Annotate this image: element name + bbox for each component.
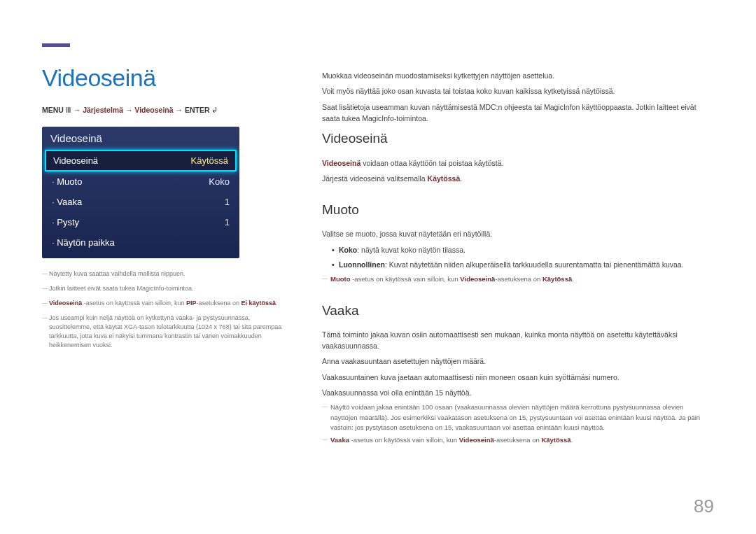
section-heading-vaaka: Vaaka <box>322 300 707 321</box>
menu-label: MENU <box>42 106 64 114</box>
osd-selected-value: Käytössä <box>191 155 228 166</box>
footnote: Jos useampi kuin neljä näyttöä on kytket… <box>42 314 294 350</box>
osd-selected-label: Videoseinä <box>53 155 98 166</box>
accent-keyline <box>42 43 70 47</box>
footnote: Muoto -asetus on käytössä vain silloin, … <box>322 274 707 284</box>
footnote: Vaaka -asetus on käytössä vain silloin, … <box>322 435 707 445</box>
footnote-keyword: Ei käytössä <box>241 300 276 307</box>
section-text: Valitse se muoto, jossa kuvat näytetään … <box>322 228 707 239</box>
footnote: Videoseinä -asetus on käytössä vain sill… <box>42 299 294 308</box>
enter-icon: ↲ <box>211 106 218 114</box>
osd-row-nayton-paikka[interactable]: Näytön paikka <box>42 232 239 253</box>
section-text: Tämä toiminto jakaa kuvan osiin automaat… <box>322 329 707 352</box>
right-column: Muokkaa videoseinän muodostamiseksi kytk… <box>322 42 707 445</box>
intro-text: Voit myös näyttää joko osan kuvasta tai … <box>322 85 707 97</box>
list-item: Koko: näytä kuvat koko näytön tilassa. <box>332 244 707 255</box>
path-seg-1: Järjestelmä <box>83 106 123 114</box>
intro-text: Muokkaa videoseinän muodostamiseksi kytk… <box>322 70 707 81</box>
section-text: Videoseinä voidaan ottaa käyttöön tai po… <box>322 157 707 169</box>
section-text: Järjestä videoseinä valitsemalla Käytöss… <box>322 173 707 184</box>
footnote: Näytetty kuva saattaa vaihdella mallista… <box>42 269 294 279</box>
left-footnotes: Näytetty kuva saattaa vaihdella mallista… <box>42 269 294 350</box>
section-heading-muoto: Muoto <box>322 199 707 220</box>
intro-text: Saat lisätietoja useamman kuvan näyttämi… <box>322 101 707 125</box>
keyword: Videoseinä <box>459 436 494 444</box>
arrow-icon: → <box>176 106 185 114</box>
section-text: Vaakasuunnassa voi olla enintään 15 näyt… <box>322 387 707 398</box>
footnote: Näyttö voidaan jakaa enintään 100 osaan … <box>322 402 707 433</box>
osd-row-label: Vaaka <box>52 197 82 207</box>
menu-icon: Ⅲ <box>66 106 71 114</box>
keyword: Videoseinä <box>322 159 360 167</box>
section-heading-videoseina: Videoseinä <box>322 128 707 148</box>
keyword: Luonnollinen <box>339 260 385 269</box>
keyword: Käytössä <box>541 436 570 444</box>
osd-row-label: Pysty <box>52 217 79 227</box>
arrow-icon: → <box>74 106 83 114</box>
osd-row-vaaka[interactable]: Vaaka 1 <box>42 192 239 212</box>
list-item: Luonnollinen: Kuvat näytetään niiden alk… <box>332 259 707 270</box>
enter-label: ENTER <box>185 106 210 114</box>
osd-row-value: 1 <box>225 197 230 207</box>
keyword: Muoto <box>330 275 351 283</box>
footnote-keyword: Videoseinä <box>49 300 82 307</box>
osd-row-muoto[interactable]: Muoto Koko <box>42 171 239 192</box>
section-text: Vaakasuuntainen kuva jaetaan automaattis… <box>322 372 707 383</box>
page-title: Videoseinä <box>42 64 294 92</box>
osd-row-label: Näytön paikka <box>52 237 115 248</box>
osd-selected-row[interactable]: Videoseinä Käytössä <box>45 150 237 171</box>
menu-path: MENU Ⅲ → Järjestelmä → Videoseinä → ENTE… <box>42 106 294 114</box>
osd-row-pysty[interactable]: Pysty 1 <box>42 212 239 232</box>
osd-row-value: 1 <box>225 217 230 227</box>
keyword: Käytössä <box>428 174 461 183</box>
keyword: Vaaka <box>330 436 349 444</box>
keyword: Koko <box>339 246 357 254</box>
arrow-icon: → <box>125 106 134 114</box>
footnote-keyword: PIP <box>186 300 197 307</box>
bullet-list: Koko: näytä kuvat koko näytön tilassa. L… <box>332 244 707 271</box>
osd-title: Videoseinä <box>42 127 239 150</box>
page: Videoseinä MENU Ⅲ → Järjestelmä → Videos… <box>0 0 756 466</box>
path-seg-2: Videoseinä <box>134 106 173 114</box>
keyword: Videoseinä <box>460 275 495 283</box>
left-column: Videoseinä MENU Ⅲ → Järjestelmä → Videos… <box>42 42 294 445</box>
osd-row-value: Koko <box>209 176 230 187</box>
osd-panel: Videoseinä Videoseinä Käytössä Muoto Kok… <box>42 127 239 258</box>
page-number: 89 <box>694 496 714 517</box>
keyword: Käytössä <box>542 275 572 283</box>
section-text: Anna vaakasuuntaan asetettujen näyttöjen… <box>322 356 707 367</box>
osd-row-label: Muoto <box>52 176 82 187</box>
footnote: Jotkin laitteet eivät saata tukea MagicI… <box>42 284 294 293</box>
